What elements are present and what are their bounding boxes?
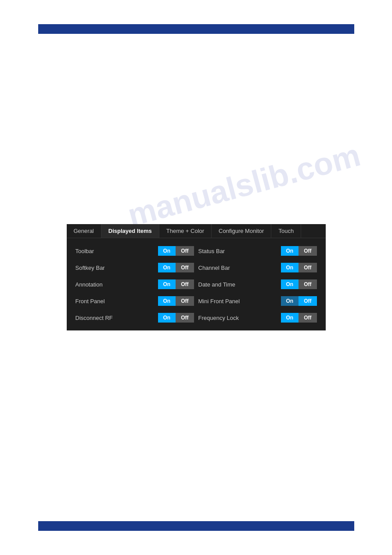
softkey-bar-row: Softkey Bar On Off [73, 259, 196, 276]
date-time-off-btn[interactable]: Off [298, 279, 316, 289]
status-bar-toggle: On Off [281, 246, 317, 256]
annotation-off-btn[interactable]: Off [176, 279, 194, 289]
mini-front-panel-off-btn[interactable]: Off [298, 296, 316, 306]
front-panel-row: Front Panel On Off [73, 293, 196, 309]
annotation-label: Annotation [76, 281, 155, 288]
toolbar-label: Toolbar [76, 248, 155, 254]
front-panel-off-btn[interactable]: Off [176, 296, 194, 306]
tab-theme-color[interactable]: Theme + Color [159, 224, 212, 238]
softkey-bar-toggle: On Off [158, 263, 194, 272]
bottom-bar [38, 521, 354, 531]
toolbar-off-btn[interactable]: Off [176, 246, 194, 256]
annotation-toggle: On Off [158, 279, 194, 289]
settings-grid: Toolbar On Off Softkey Bar On Off Annota… [73, 243, 319, 326]
tab-general[interactable]: General [67, 224, 101, 238]
status-bar-label: Status Bar [198, 248, 277, 254]
channel-bar-row: Channel Bar On Off [196, 259, 319, 276]
softkey-bar-on-btn[interactable]: On [158, 263, 176, 272]
mini-front-panel-row: Mini Front Panel On Off [196, 293, 319, 309]
front-panel-toggle: On Off [158, 296, 194, 306]
disconnect-rf-on-btn[interactable]: On [158, 313, 176, 323]
tab-displayed-items[interactable]: Displayed Items [101, 224, 159, 238]
top-bar [38, 24, 354, 34]
tab-bar: General Displayed Items Theme + Color Co… [67, 224, 326, 238]
front-panel-label: Front Panel [76, 298, 155, 305]
date-time-row: Date and Time On Off [196, 276, 319, 293]
date-time-on-btn[interactable]: On [281, 279, 299, 289]
mini-front-panel-label: Mini Front Panel [198, 298, 277, 305]
channel-bar-on-btn[interactable]: On [281, 263, 299, 272]
softkey-bar-label: Softkey Bar [76, 265, 155, 271]
toolbar-toggle: On Off [158, 246, 194, 256]
mini-front-panel-toggle: On Off [281, 296, 317, 306]
status-bar-off-btn[interactable]: Off [298, 246, 316, 256]
disconnect-rf-row: Disconnect RF On Off [73, 309, 196, 326]
channel-bar-toggle: On Off [281, 263, 317, 272]
frequency-lock-row: Frequency Lock On Off [196, 309, 319, 326]
frequency-lock-off-btn[interactable]: Off [298, 313, 316, 323]
date-time-label: Date and Time [198, 281, 277, 288]
frequency-lock-toggle: On Off [281, 313, 317, 323]
disconnect-rf-label: Disconnect RF [76, 315, 155, 321]
disconnect-rf-off-btn[interactable]: Off [176, 313, 194, 323]
toolbar-on-btn[interactable]: On [158, 246, 176, 256]
tab-configure-monitor[interactable]: Configure Monitor [212, 224, 271, 238]
frequency-lock-label: Frequency Lock [198, 315, 277, 321]
channel-bar-off-btn[interactable]: Off [298, 263, 316, 272]
left-column: Toolbar On Off Softkey Bar On Off Annota… [73, 243, 196, 326]
status-bar-on-btn[interactable]: On [281, 246, 299, 256]
annotation-on-btn[interactable]: On [158, 279, 176, 289]
softkey-bar-off-btn[interactable]: Off [176, 263, 194, 272]
mini-front-panel-on-btn[interactable]: On [281, 296, 299, 306]
panel-body: Toolbar On Off Softkey Bar On Off Annota… [67, 238, 326, 330]
tab-touch[interactable]: Touch [271, 224, 301, 238]
channel-bar-label: Channel Bar [198, 265, 277, 271]
watermark: manualslib.com [124, 137, 364, 233]
status-bar-row: Status Bar On Off [196, 243, 319, 259]
toolbar-row: Toolbar On Off [73, 243, 196, 259]
settings-panel: General Displayed Items Theme + Color Co… [67, 224, 326, 330]
annotation-row: Annotation On Off [73, 276, 196, 293]
front-panel-on-btn[interactable]: On [158, 296, 176, 306]
right-column: Status Bar On Off Channel Bar On Off Dat… [196, 243, 319, 326]
date-time-toggle: On Off [281, 279, 317, 289]
disconnect-rf-toggle: On Off [158, 313, 194, 323]
frequency-lock-on-btn[interactable]: On [281, 313, 299, 323]
